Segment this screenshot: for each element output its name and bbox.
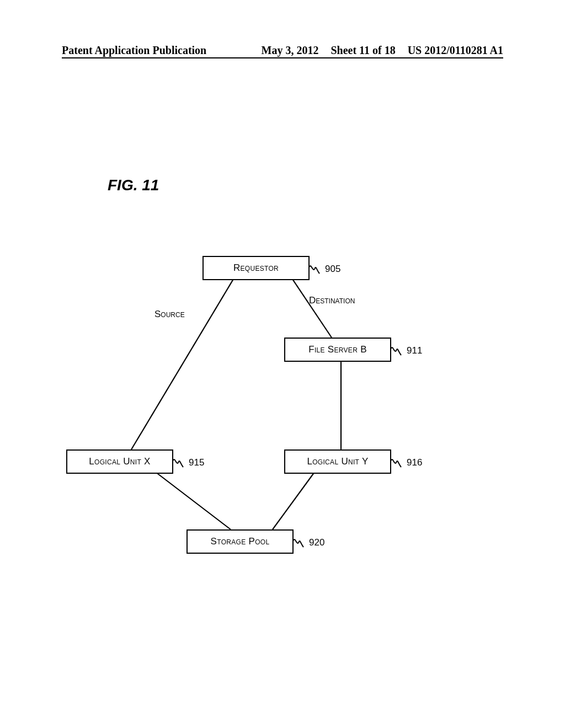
svg-line-0 [131, 279, 233, 449]
leader-squiggle-icon [172, 456, 189, 468]
header-right: May 3, 2012 Sheet 11 of 18 US 2012/01102… [262, 44, 503, 57]
label-file-server-b: File Server B [308, 344, 367, 355]
sheet-num: Sheet 11 of 18 [331, 44, 395, 57]
pub-date: May 3, 2012 [262, 44, 319, 57]
label-requestor: Requestor [233, 263, 279, 274]
header-rule [62, 57, 503, 58]
figure-title: FIG. 11 [108, 176, 159, 194]
ref-logical-unit-x: 915 [189, 457, 204, 468]
label-logical-unit-x: Logical Unit X [89, 456, 150, 467]
edge-label-source: Source [154, 309, 185, 320]
box-logical-unit-x: Logical Unit X [66, 449, 173, 474]
edge-label-destination: Destination [309, 295, 355, 306]
patent-page: Patent Application Publication May 3, 20… [0, 0, 565, 728]
ref-logical-unit-y: 916 [407, 457, 422, 468]
doc-num: US 2012/0110281 A1 [408, 44, 503, 57]
label-storage-pool: Storage Pool [211, 536, 270, 547]
svg-line-1 [292, 279, 332, 338]
box-requestor: Requestor [202, 256, 310, 280]
svg-line-4 [273, 472, 315, 529]
pub-type: Patent Application Publication [62, 44, 206, 57]
leader-squiggle-icon [292, 536, 309, 548]
box-storage-pool: Storage Pool [186, 529, 294, 554]
connector-lines [0, 0, 565, 728]
ref-file-server-b: 911 [407, 345, 422, 356]
box-file-server-b: File Server B [284, 338, 391, 362]
page-header: Patent Application Publication May 3, 20… [0, 44, 565, 57]
svg-line-3 [156, 472, 231, 529]
leader-squiggle-icon [390, 456, 407, 468]
ref-requestor: 905 [325, 264, 340, 275]
leader-squiggle-icon [308, 263, 325, 275]
ref-storage-pool: 920 [309, 537, 324, 548]
page-header-row: Patent Application Publication May 3, 20… [0, 44, 565, 57]
leader-squiggle-icon [390, 344, 407, 356]
box-logical-unit-y: Logical Unit Y [284, 449, 391, 474]
label-logical-unit-y: Logical Unit Y [307, 456, 368, 467]
